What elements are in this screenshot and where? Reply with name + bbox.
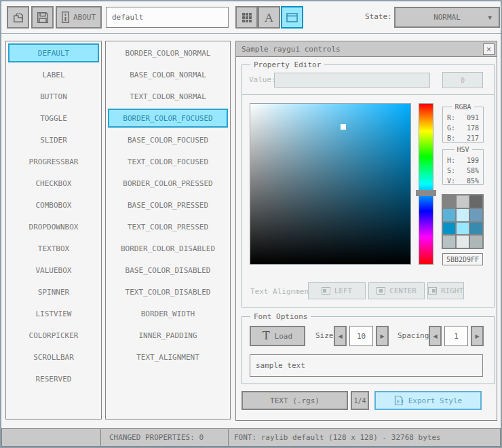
font-options-group: Font Options T Load Size: ◀ 10 ▶ Spacing…	[242, 316, 495, 384]
rgba-group: RGBA R: 091 G: 178 B: 217	[442, 107, 484, 143]
property-list-item[interactable]: BORDER_COLOR_DISABLED	[108, 239, 228, 258]
about-button[interactable]: ABOUT	[56, 6, 102, 29]
property-list-item-label: BASE_COLOR_FOCUSED	[128, 136, 208, 145]
control-list-item-label: TEXTBOX	[38, 244, 69, 253]
control-list-item-label: LABEL	[42, 71, 64, 79]
spacing-value-box[interactable]: 1	[444, 326, 468, 346]
property-list-item-label: BASE_COLOR_NORMAL	[130, 71, 206, 79]
export-format-index-button[interactable]: 1/4	[351, 391, 369, 410]
folder-open-icon	[12, 12, 24, 24]
export-style-button[interactable]: E Export Style	[374, 391, 482, 410]
control-list-item[interactable]: BUTTON	[8, 87, 99, 106]
property-list-item[interactable]: BORDER_COLOR_NORMAL	[108, 43, 228, 62]
rgba-row-value: 217	[467, 133, 479, 143]
palette-color-cell[interactable]	[443, 236, 455, 248]
hue-slider-handle[interactable]	[416, 190, 436, 196]
font-load-button[interactable]: T Load	[250, 326, 305, 346]
control-list-item[interactable]: LABEL	[8, 65, 99, 84]
arrow-right-icon: ▶	[380, 333, 384, 339]
property-list-item[interactable]: TEXT_COLOR_NORMAL	[108, 87, 228, 106]
property-list-item-label: BASE_COLOR_DISABLED	[125, 266, 211, 275]
hue-slider[interactable]	[419, 103, 433, 265]
control-list-item[interactable]: SPINNER	[8, 282, 99, 301]
controls-preview-button[interactable]	[281, 6, 303, 29]
hsv-row-key: V:	[447, 176, 455, 186]
value-label: Value:	[249, 75, 276, 84]
style-table-button[interactable]	[235, 6, 258, 29]
close-icon: ×	[486, 45, 491, 54]
control-list-item[interactable]: COLORPICKER	[8, 326, 99, 345]
font-view-button[interactable]: A	[258, 6, 280, 29]
palette-color-cell[interactable]	[443, 209, 455, 221]
control-list-item[interactable]: PROGRESSBAR	[8, 152, 99, 171]
save-style-button[interactable]	[31, 6, 54, 29]
control-list-item[interactable]: VALUEBOX	[8, 261, 99, 280]
status-changed-properties: CHANGED PROPERTIES: 0	[101, 429, 229, 446]
property-list-item[interactable]: BASE_COLOR_FOCUSED	[108, 130, 228, 149]
control-list-item[interactable]: CHECKBOX	[8, 174, 99, 193]
palette-color-cell[interactable]	[457, 223, 469, 235]
size-decrease-button[interactable]: ◀	[334, 326, 347, 346]
spacing-increase-button[interactable]: ▶	[471, 326, 484, 346]
property-list-item[interactable]: TEXT_COLOR_FOCUSED	[108, 152, 228, 171]
property-list-item[interactable]: BORDER_COLOR_PRESSED	[108, 174, 228, 193]
sample-window-titlebar: Sample raygui controls ×	[236, 41, 497, 57]
window-panel-icon	[286, 13, 298, 22]
palette-color-cell[interactable]	[470, 236, 482, 248]
close-button[interactable]: ×	[483, 43, 495, 55]
control-list-item[interactable]: SCROLLBAR	[8, 348, 99, 367]
property-list-item[interactable]: BASE_COLOR_NORMAL	[108, 65, 228, 84]
divider	[242, 94, 494, 95]
palette-color-cell[interactable]	[470, 195, 482, 208]
palette-color-cell[interactable]	[443, 223, 455, 235]
control-list-item-label: VALUEBOX	[36, 266, 72, 275]
color-picker-area[interactable]	[250, 103, 411, 265]
control-list-item[interactable]: SLIDER	[8, 130, 99, 149]
property-list-item[interactable]: BORDER_COLOR_FOCUSED	[108, 109, 228, 128]
property-list-item-label: BORDER_COLOR_DISABLED	[121, 244, 215, 253]
spacing-decrease-button[interactable]: ◀	[429, 326, 442, 346]
sample-text-input[interactable]	[250, 354, 483, 377]
control-list-item[interactable]: RESERVED	[8, 369, 99, 388]
property-list-item[interactable]: BASE_COLOR_DISABLED	[108, 261, 228, 280]
palette-color-cell[interactable]	[470, 223, 482, 235]
color-picker-cursor[interactable]	[341, 124, 346, 130]
property-list-item[interactable]: INNER_PADDING	[108, 326, 228, 345]
state-dropdown[interactable]: NORMAL ▼	[394, 7, 500, 28]
export-format-button[interactable]: TEXT (.rgs)	[242, 391, 348, 410]
control-list-item[interactable]: DEFAULT	[8, 43, 99, 62]
property-list-item-label: INNER_PADDING	[138, 331, 197, 340]
control-list-item-label: SCROLLBAR	[33, 353, 74, 362]
open-style-button[interactable]	[7, 6, 29, 29]
style-name-input[interactable]	[106, 7, 229, 28]
palette-color-cell[interactable]	[457, 236, 469, 248]
rguistyler-window: ABOUT A State: NORMAL ▼ DEFAU	[0, 0, 502, 448]
control-list-item[interactable]: LISTVIEW	[8, 304, 99, 323]
hex-value-box[interactable]: 5BB2D9FF	[442, 253, 483, 265]
control-list-item[interactable]: COMBOBOX	[8, 195, 99, 214]
controls-list: DEFAULT LABEL BUTTON TOGGLE SLIDER PROGR…	[5, 41, 102, 419]
rgba-row-key: R:	[447, 113, 455, 123]
property-list-item[interactable]: TEXT_ALIGNMENT	[108, 348, 228, 367]
chevron-down-icon: ▼	[488, 14, 492, 21]
palette-color-cell[interactable]	[470, 209, 482, 221]
palette-color-cell[interactable]	[443, 195, 455, 208]
palette-color-cell[interactable]	[457, 209, 469, 221]
spacing-value: 1	[454, 332, 459, 341]
size-value-box[interactable]: 10	[349, 326, 373, 346]
property-list-item[interactable]: BORDER_WIDTH	[108, 304, 228, 323]
property-list-item[interactable]: TEXT_COLOR_DISABLED	[108, 282, 228, 301]
property-list-item[interactable]: BASE_COLOR_PRESSED	[108, 195, 228, 214]
export-file-icon: E	[394, 395, 404, 406]
hex-value: 5BB2D9FF	[446, 256, 479, 263]
control-list-item[interactable]: DROPDOWNBOX	[8, 217, 99, 236]
size-increase-button[interactable]: ▶	[376, 326, 389, 346]
font-options-group-label: Font Options	[250, 312, 311, 322]
palette-color-cell[interactable]	[457, 195, 469, 208]
control-list-item-label: BUTTON	[40, 92, 67, 101]
control-list-item[interactable]: TEXTBOX	[8, 239, 99, 258]
control-list-item[interactable]: TOGGLE	[8, 109, 99, 128]
property-list-item[interactable]: TEXT_COLOR_PRESSED	[108, 217, 228, 236]
text-align-button-label: RIGHT	[441, 286, 463, 295]
style-color-palette	[442, 194, 484, 249]
